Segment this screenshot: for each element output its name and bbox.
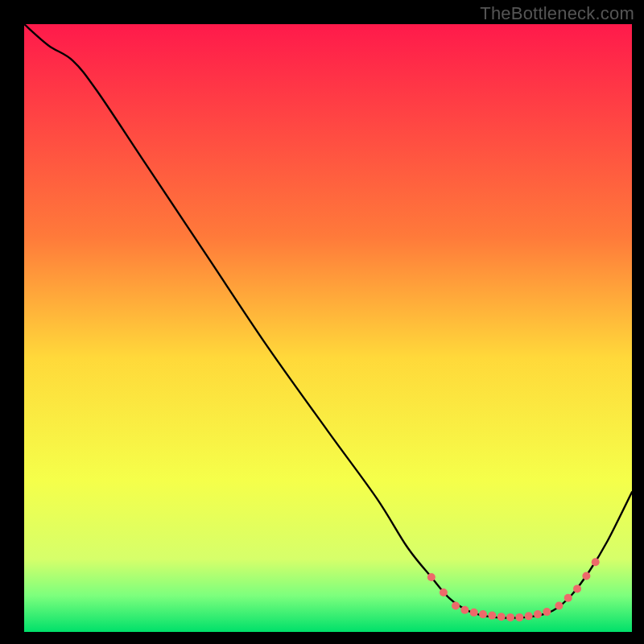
data-point: [497, 613, 506, 621]
data-point: [543, 608, 551, 616]
data-point: [573, 584, 581, 592]
data-point: [460, 606, 469, 614]
data-point: [534, 610, 542, 618]
data-point: [427, 573, 436, 581]
data-point: [440, 588, 448, 597]
data-point: [525, 612, 533, 620]
data-point: [452, 602, 460, 610]
data-point: [506, 613, 514, 621]
chart-frame: TheBottleneck.com: [0, 0, 644, 644]
data-point: [488, 612, 496, 620]
data-point: [555, 602, 563, 610]
data-point: [582, 572, 590, 580]
data-point: [515, 613, 523, 621]
data-point: [479, 610, 487, 618]
plot-area: [24, 24, 632, 632]
chart-svg: [24, 24, 632, 632]
data-point: [470, 609, 478, 617]
watermark-text: TheBottleneck.com: [480, 3, 634, 24]
data-point: [564, 594, 572, 602]
gradient-background: [24, 24, 632, 632]
data-point: [592, 558, 600, 566]
